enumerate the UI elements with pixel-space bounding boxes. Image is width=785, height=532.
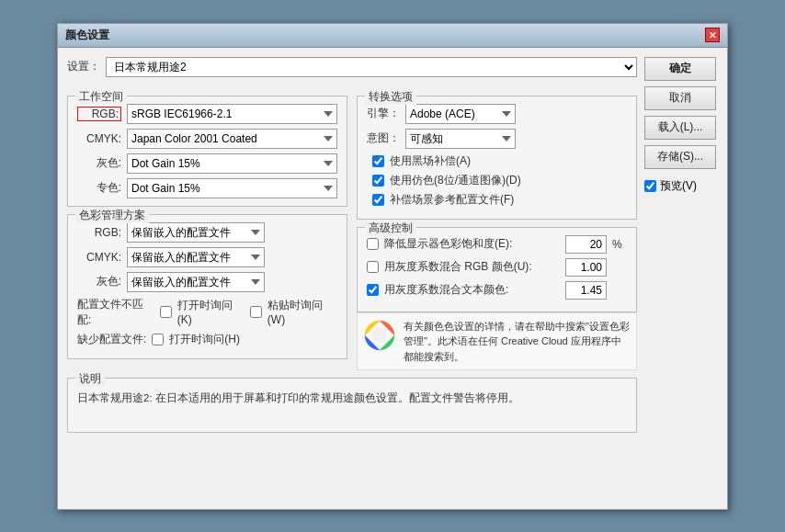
cm-gray-select[interactable]: 保留嵌入的配置文件 bbox=[127, 272, 265, 292]
cm-gray-row: 灰色: 保留嵌入的配置文件 bbox=[77, 272, 337, 292]
right-buttons: 确定 取消 载入(L)... 存储(S)... 预览(V) bbox=[644, 57, 718, 500]
cb1-label: 使用黑场补偿(A) bbox=[390, 153, 471, 169]
mismatch-open-checkbox[interactable] bbox=[160, 306, 172, 318]
adv-input3[interactable] bbox=[565, 281, 607, 300]
cancel-button[interactable]: 取消 bbox=[644, 86, 716, 110]
cb3-row: 补偿场景参考配置文件(F) bbox=[367, 192, 627, 208]
cmyk-label: CMYK: bbox=[77, 132, 121, 145]
info-box: 有关颜色色设置的详情，请在帮助中搜索"设置色彩管理"。此术语在任何 Creati… bbox=[357, 312, 637, 371]
save-button[interactable]: 存储(S)... bbox=[644, 145, 716, 169]
close-button[interactable]: ✕ bbox=[705, 28, 720, 42]
cb2-row: 使用仿色(8位/通道图像)(D) bbox=[367, 173, 627, 188]
adv-cb2[interactable] bbox=[367, 261, 379, 273]
advanced-title: 高级控制 bbox=[365, 221, 416, 236]
settings-row: 设置： 日本常规用途2 bbox=[67, 57, 637, 77]
missing-label: 缺少配置文件: bbox=[77, 332, 146, 347]
conversion-title: 转换选项 bbox=[365, 89, 416, 105]
adv-label2: 用灰度系数混合 RGB 颜色(U): bbox=[384, 259, 560, 275]
engine-row: 引擎： Adobe (ACE) bbox=[367, 104, 627, 124]
preview-checkbox[interactable] bbox=[644, 180, 656, 192]
cmyk-select[interactable]: Japan Color 2001 Coated bbox=[127, 129, 337, 149]
main-content: 设置： 日本常规用途2 工作空间 RGB: sRGB IEC61966-2. bbox=[67, 57, 637, 500]
title-bar: 颜色设置 ✕ bbox=[58, 24, 727, 48]
spot-label: 专色: bbox=[77, 180, 121, 196]
intent-select[interactable]: 可感知 bbox=[405, 129, 516, 149]
gray-select[interactable]: Dot Gain 15% bbox=[127, 153, 337, 174]
cm-rgb-row: RGB: 保留嵌入的配置文件 bbox=[77, 222, 337, 243]
color-management-section: 色彩管理方案 RGB: 保留嵌入的配置文件 CMYK: 保留嵌入的配置文件 bbox=[67, 214, 347, 359]
adv-cb3[interactable] bbox=[367, 284, 379, 296]
adv-input1[interactable] bbox=[565, 235, 607, 254]
color-settings-dialog: 颜色设置 ✕ 设置： 日本常规用途2 工作空间 RGB: bbox=[57, 23, 728, 510]
conversion-section: 转换选项 引擎： Adobe (ACE) 意图： 可感知 bbox=[357, 96, 637, 220]
spot-select[interactable]: Dot Gain 15% bbox=[127, 178, 337, 198]
mismatch-label: 配置文件不匹配: bbox=[77, 297, 154, 328]
workspace-section: 工作空间 RGB: sRGB IEC61966-2.1 CMYK: Japan … bbox=[67, 96, 347, 207]
settings-select[interactable]: 日本常规用途2 bbox=[106, 57, 637, 77]
engine-select[interactable]: Adobe (ACE) bbox=[405, 104, 516, 124]
preview-label: 预览(V) bbox=[660, 178, 697, 194]
missing-open-label: 打开时询问(H) bbox=[169, 332, 240, 347]
cb2-checkbox[interactable] bbox=[372, 175, 384, 187]
description-text: 日本常规用途2: 在日本适用的用于屏幕和打印的常规用途颜色设置。配置文件警告将停… bbox=[77, 390, 627, 406]
right-column: 转换选项 引擎： Adobe (ACE) 意图： 可感知 bbox=[357, 88, 637, 371]
color-wheel-icon bbox=[363, 319, 396, 352]
mismatch-open-label: 打开时询问(K) bbox=[177, 298, 245, 326]
spot-row: 专色: Dot Gain 15% bbox=[77, 178, 337, 198]
cm-cmyk-label: CMYK: bbox=[77, 251, 121, 264]
cm-rgb-select[interactable]: 保留嵌入的配置文件 bbox=[127, 222, 265, 243]
advanced-section: 高级控制 降低显示器色彩饱和度(E): % 用灰度系数混合 RGB 颜色(U): bbox=[357, 227, 637, 312]
info-text-content: 有关颜色色设置的详情，请在帮助中搜索"设置色彩管理"。此术语在任何 Creati… bbox=[404, 321, 630, 362]
adv-input2[interactable] bbox=[565, 258, 607, 277]
svg-point-1 bbox=[372, 328, 387, 343]
engine-label: 引擎： bbox=[367, 106, 400, 121]
intent-label: 意图： bbox=[367, 130, 400, 146]
missing-row: 缺少配置文件: 打开时询问(H) bbox=[77, 332, 337, 347]
cb1-row: 使用黑场补偿(A) bbox=[367, 153, 627, 169]
workspace-title: 工作空间 bbox=[75, 89, 127, 105]
info-text: 有关颜色色设置的详情，请在帮助中搜索"设置色彩管理"。此术语在任何 Creati… bbox=[404, 319, 631, 365]
rgb-label: RGB: bbox=[77, 107, 121, 121]
cm-rgb-label: RGB: bbox=[77, 226, 121, 239]
cm-cmyk-select[interactable]: 保留嵌入的配置文件 bbox=[127, 247, 265, 267]
cm-gray-label: 灰色: bbox=[77, 274, 121, 289]
adv-label1: 降低显示器色彩饱和度(E): bbox=[384, 236, 560, 252]
cb1-checkbox[interactable] bbox=[372, 155, 384, 167]
mismatch-row: 配置文件不匹配: 打开时询问(K) 粘贴时询问(W) bbox=[77, 297, 337, 328]
rgb-select[interactable]: sRGB IEC61966-2.1 bbox=[127, 104, 337, 124]
missing-open-checkbox[interactable] bbox=[152, 334, 164, 345]
settings-label: 设置： bbox=[67, 59, 100, 74]
cb3-checkbox[interactable] bbox=[372, 194, 384, 206]
cmyk-row: CMYK: Japan Color 2001 Coated bbox=[77, 129, 337, 149]
left-column: 工作空间 RGB: sRGB IEC61966-2.1 CMYK: Japan … bbox=[67, 88, 347, 371]
adv-unit1: % bbox=[612, 238, 627, 251]
load-button[interactable]: 载入(L)... bbox=[644, 116, 716, 140]
mismatch-paste-label: 粘贴时询问(W) bbox=[267, 298, 337, 326]
description-title: 说明 bbox=[75, 371, 105, 387]
description-section: 说明 日本常规用途2: 在日本适用的用于屏幕和打印的常规用途颜色设置。配置文件警… bbox=[67, 378, 637, 433]
intent-row: 意图： 可感知 bbox=[367, 129, 627, 149]
dialog-title: 颜色设置 bbox=[65, 28, 109, 43]
adv-row1: 降低显示器色彩饱和度(E): % bbox=[367, 235, 627, 254]
dialog-body: 设置： 日本常规用途2 工作空间 RGB: sRGB IEC61966-2. bbox=[58, 48, 727, 509]
color-management-title: 色彩管理方案 bbox=[75, 208, 149, 223]
preview-row: 预览(V) bbox=[644, 178, 718, 194]
gray-label: 灰色: bbox=[77, 155, 121, 171]
cb2-label: 使用仿色(8位/通道图像)(D) bbox=[390, 173, 521, 188]
gray-row: 灰色: Dot Gain 15% bbox=[77, 153, 337, 174]
adv-label3: 用灰度系数混合文本颜色: bbox=[384, 282, 560, 298]
cm-cmyk-row: CMYK: 保留嵌入的配置文件 bbox=[77, 247, 337, 267]
ok-button[interactable]: 确定 bbox=[644, 57, 716, 81]
mismatch-paste-checkbox[interactable] bbox=[250, 306, 262, 318]
two-col-layout: 工作空间 RGB: sRGB IEC61966-2.1 CMYK: Japan … bbox=[67, 88, 637, 371]
adv-cb1[interactable] bbox=[367, 238, 379, 250]
cb3-label: 补偿场景参考配置文件(F) bbox=[390, 192, 514, 208]
adv-row3: 用灰度系数混合文本颜色: bbox=[367, 281, 627, 300]
rgb-row: RGB: sRGB IEC61966-2.1 bbox=[77, 104, 337, 124]
adv-row2: 用灰度系数混合 RGB 颜色(U): bbox=[367, 258, 627, 277]
